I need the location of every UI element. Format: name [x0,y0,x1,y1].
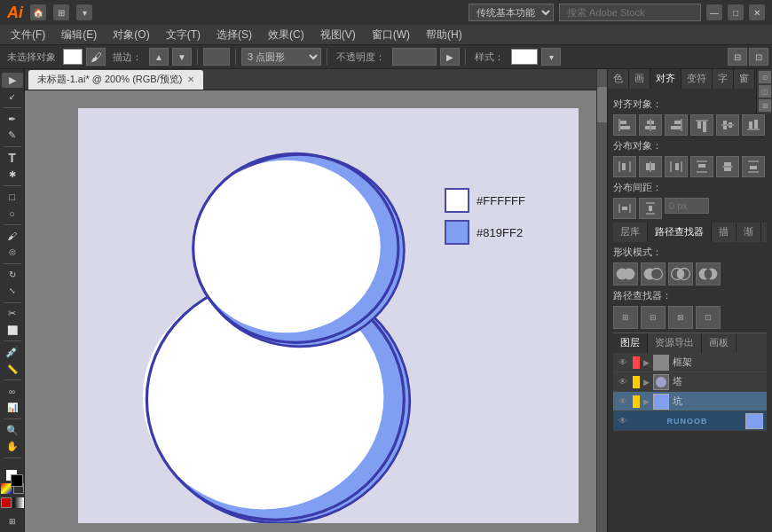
layer-expand-pit[interactable]: ▶ [643,397,650,406]
menu-item-对象O[interactable]: 对象(O) [106,26,156,44]
brush-icon[interactable]: 🖌 [86,48,106,66]
scale-tool[interactable]: ⤡ [2,284,23,299]
spacing-h-btn[interactable] [613,198,636,219]
blend-tool[interactable]: ∞ [2,384,23,399]
brush-tool[interactable]: 🖌 [2,229,23,244]
align-right-btn[interactable] [665,114,688,136]
layer-eye-extra[interactable]: 👁 [617,415,629,427]
panel-icon-1[interactable]: ⊙ [759,71,771,83]
crop-btn[interactable]: ⊡ [696,306,721,329]
divide-btn[interactable]: ⊞ [613,306,638,329]
zoom-tool[interactable]: 🔍 [2,423,23,438]
dist-center-h-btn[interactable] [639,156,662,177]
opacity-up[interactable]: ▶ [440,48,460,66]
pencil-tool[interactable]: ✎ [2,128,23,143]
subtab-pathfinder[interactable]: 路径查找器 [648,223,712,242]
tab-window[interactable]: 窗 [734,69,755,89]
tab-char[interactable]: 字 [713,69,734,89]
close-btn[interactable]: ✕ [749,4,765,20]
brush-shape-select[interactable]: 3 点圆形 [241,48,321,66]
dist-middle-btn[interactable] [716,156,739,177]
touch-tool[interactable]: ✱ [2,167,23,182]
workspace-select[interactable]: 传统基本功能 [469,4,554,21]
merge-btn[interactable]: ⊠ [668,306,693,329]
tab-close-btn[interactable]: ✕ [187,74,194,84]
rotate-tool[interactable]: ↻ [2,267,23,282]
search-stock-input[interactable] [559,4,701,21]
menu-item-窗口W[interactable]: 窗口(W) [365,26,417,44]
spacing-v-btn[interactable] [639,198,662,219]
blob-brush-tool[interactable]: ◎ [2,245,23,260]
menu-item-文件F[interactable]: 文件(F) [4,26,52,44]
style-swatch[interactable] [511,49,538,65]
layout-icon[interactable]: ⊞ [53,4,69,20]
maximize-btn[interactable]: □ [728,4,744,20]
layout-dropdown[interactable]: ▾ [76,4,92,20]
align-left-icon[interactable]: ⊟ [728,48,747,66]
exclude-btn[interactable] [696,262,721,286]
gradient-mode[interactable] [13,497,24,508]
menu-item-选择S[interactable]: 选择(S) [209,26,259,44]
layer-eye-frame[interactable]: 👁 [617,356,629,369]
color-mode[interactable] [1,497,12,508]
tab-color[interactable]: 色 [608,69,629,89]
layer-eye-pit[interactable]: 👁 [617,395,629,408]
pen-tool[interactable]: ✒ [2,112,23,127]
align-left-btn[interactable] [613,114,636,136]
panel-icon-2[interactable]: ◫ [759,85,771,98]
measure-tool[interactable]: 📏 [2,362,23,377]
white-swatch[interactable] [445,188,469,213]
dist-bottom-btn[interactable] [742,156,765,177]
dist-right-btn[interactable] [665,156,688,177]
layers-tab[interactable]: 图层 [613,333,648,353]
spacing-input[interactable] [665,198,709,214]
vertical-scrollbar[interactable] [596,69,607,532]
canvas-content[interactable]: #FFFFFF #819FF2 [25,90,596,532]
artboards-tab[interactable]: 画板 [702,333,737,353]
layer-row-frame[interactable]: 👁 ▶ 框架 [613,353,767,372]
subtab-layers-lib[interactable]: 层库 [613,223,648,242]
dist-top-btn[interactable] [690,156,713,177]
home-icon[interactable]: 🏠 [30,4,46,20]
layer-expand-tower[interactable]: ▶ [643,378,650,387]
style-options[interactable]: ▾ [541,48,561,66]
layer-row-tower[interactable]: 👁 ▶ 塔 [613,372,767,392]
menu-item-帮助H[interactable]: 帮助(H) [419,26,469,44]
graph-tool[interactable]: 📊 [2,401,23,416]
assets-tab[interactable]: 资源导出 [648,333,702,353]
align-right-icon[interactable]: ⊡ [749,48,768,66]
align-bottom-btn[interactable] [742,114,765,136]
artboard-tool[interactable]: ⊞ [2,513,23,528]
menu-item-编辑E[interactable]: 编辑(E) [54,26,104,44]
stroke-up[interactable]: ▲ [149,48,169,66]
layer-row-pit[interactable]: 👁 ▶ 坑 [613,392,767,411]
tab-transform[interactable]: 变符 [681,69,713,89]
menu-item-效果C[interactable]: 效果(C) [261,26,311,44]
minimize-btn[interactable]: — [706,4,722,20]
unite-btn[interactable] [613,262,638,286]
menu-item-文字T[interactable]: 文字(T) [159,26,208,44]
scissors-tool[interactable]: ✂ [2,306,23,321]
trim-btn[interactable]: ⊟ [641,306,666,329]
layer-expand-frame[interactable]: ▶ [643,358,650,367]
dist-left-btn[interactable] [613,156,636,177]
intersect-btn[interactable] [668,262,693,286]
tab-paint[interactable]: 画 [629,69,650,89]
eraser-tool[interactable]: ⬜ [2,323,23,338]
tab-align[interactable]: 对齐 [650,69,681,89]
align-top-btn[interactable] [690,114,713,136]
layer-eye-tower[interactable]: 👁 [617,376,629,388]
direct-select-tool[interactable]: ↙ [2,90,23,105]
subtab-stroke[interactable]: 描 [712,223,737,242]
layer-row-extra[interactable]: 👁 RUNOOB [613,411,767,431]
subtab-gradient[interactable]: 渐 [737,223,761,242]
eyedropper-tool[interactable]: 💉 [2,345,23,360]
opacity-field[interactable] [392,48,437,66]
rectangle-tool[interactable]: □ [2,190,23,205]
ellipse-tool[interactable]: ○ [2,206,23,221]
stroke-width-field[interactable] [203,48,230,66]
align-center-h-btn[interactable] [639,114,662,136]
canvas-tab[interactable]: 未标题-1.ai* @ 200% (RGB/预览) ✕ [28,70,203,90]
menu-item-视图V[interactable]: 视图(V) [313,26,363,44]
panel-icon-3[interactable]: ⊞ [759,99,771,112]
